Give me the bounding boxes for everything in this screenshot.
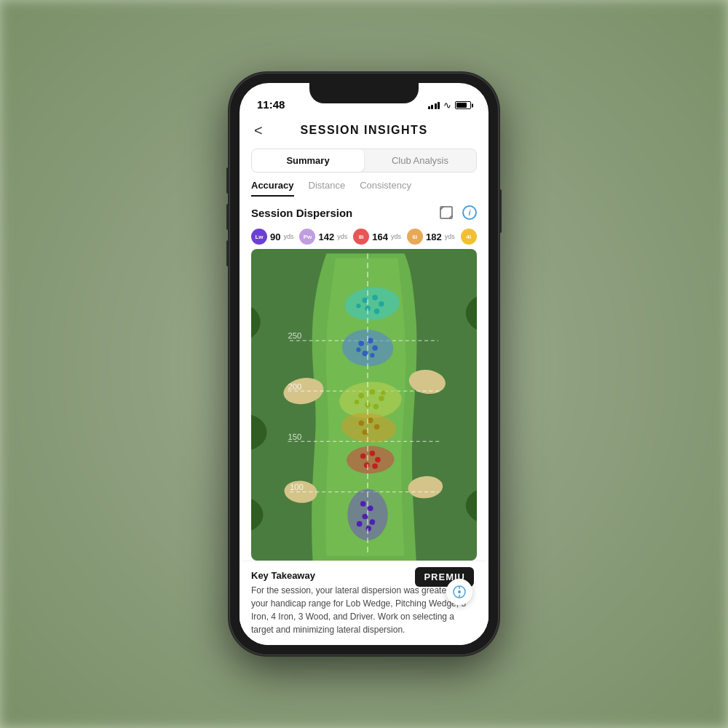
club-badge-lw: Lw: [251, 229, 267, 245]
battery-icon: [455, 101, 471, 109]
status-time: 11:48: [257, 98, 285, 111]
club-badge-pw: Pw: [299, 229, 315, 245]
club-badge-6i: 6i: [407, 229, 423, 245]
svg-point-43: [379, 395, 384, 401]
page-title: SESSION INSIGHTS: [300, 124, 427, 137]
sub-tab-bar: Accuracy Distance Consistency: [240, 173, 488, 197]
svg-text:250: 250: [288, 331, 302, 340]
club-pw: Pw 142 yds: [299, 229, 347, 245]
svg-point-29: [379, 301, 384, 307]
svg-point-27: [362, 298, 368, 304]
section-header: Session Dispersion i: [240, 197, 488, 226]
expand-button[interactable]: [438, 204, 455, 221]
svg-point-34: [358, 341, 364, 347]
svg-point-62: [362, 514, 368, 520]
svg-point-60: [360, 501, 366, 507]
svg-point-35: [368, 338, 373, 344]
club-distance-pw: 142: [318, 232, 334, 242]
svg-point-55: [370, 451, 376, 456]
svg-point-46: [355, 400, 359, 404]
svg-point-41: [358, 393, 364, 399]
sub-tab-consistency[interactable]: Consistency: [360, 180, 411, 197]
svg-point-47: [381, 390, 385, 395]
expand-icon: [440, 206, 453, 219]
scroll-hint-icon: [446, 579, 472, 605]
svg-point-56: [375, 457, 381, 463]
sub-tab-accuracy[interactable]: Accuracy: [251, 180, 294, 197]
svg-point-36: [372, 345, 378, 351]
app-header: < SESSION INSIGHTS: [240, 115, 488, 146]
sub-tab-distance[interactable]: Distance: [309, 180, 346, 197]
svg-point-32: [356, 304, 360, 308]
club-legend: Lw 90 yds Pw 142 yds 8i 164 yds: [240, 226, 488, 249]
svg-point-65: [366, 526, 372, 531]
svg-point-58: [372, 464, 378, 470]
status-icons: ∿: [428, 100, 472, 111]
club-badge-4i: 4i: [461, 229, 477, 245]
svg-text:200: 200: [288, 382, 302, 391]
tab-club-analysis[interactable]: Club Analysis: [364, 149, 476, 172]
back-button[interactable]: <: [254, 122, 263, 139]
signal-icon: [428, 102, 440, 109]
svg-point-28: [372, 295, 378, 301]
club-badge-8i: 8i: [353, 229, 369, 245]
svg-point-50: [368, 418, 373, 424]
club-lw: Lw 90 yds: [251, 229, 293, 245]
svg-point-39: [370, 353, 374, 357]
main-tab-bar: Summary Club Analysis: [251, 149, 477, 173]
info-button[interactable]: i: [462, 205, 477, 220]
club-6i: 6i 182 yds: [407, 229, 455, 245]
svg-point-68: [458, 590, 461, 593]
svg-point-38: [356, 347, 360, 352]
club-distance-8i: 164: [372, 232, 388, 242]
svg-point-51: [374, 424, 380, 430]
svg-point-63: [370, 519, 376, 525]
golf-map: 250 200 150 100: [251, 249, 477, 561]
club-distance-6i: 182: [426, 232, 442, 242]
svg-point-49: [358, 420, 364, 426]
svg-point-37: [362, 351, 368, 357]
svg-point-31: [374, 309, 380, 314]
svg-point-52: [362, 430, 368, 435]
svg-point-57: [364, 462, 370, 468]
svg-point-42: [370, 389, 376, 395]
svg-point-54: [360, 454, 366, 459]
svg-point-45: [373, 404, 379, 410]
phone-notch: [309, 83, 419, 103]
svg-text:150: 150: [288, 432, 302, 441]
section-title: Session Dispersion: [251, 207, 352, 219]
svg-text:100: 100: [290, 483, 304, 491]
fairway-svg: 250 200 150 100: [251, 249, 477, 561]
app-content: < SESSION INSIGHTS Summary Club Analysis…: [240, 115, 488, 645]
wifi-icon: ∿: [443, 100, 451, 111]
club-distance-lw: 90: [270, 232, 280, 242]
takeaway-text: For the session, your lateral dispersion…: [251, 584, 477, 636]
club-4i: 4i: [461, 229, 477, 245]
section-actions: i: [438, 204, 477, 221]
svg-point-64: [357, 521, 363, 527]
club-8i: 8i 164 yds: [353, 229, 401, 245]
svg-point-61: [368, 505, 373, 511]
tab-summary[interactable]: Summary: [252, 149, 364, 172]
